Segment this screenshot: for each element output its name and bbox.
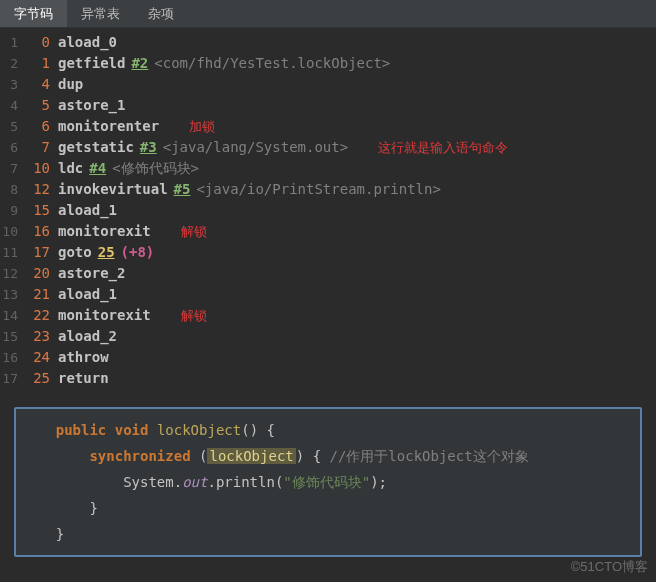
jump-target[interactable]: 25 (98, 242, 115, 263)
source-line: synchronized (lockObject) { //作用于lockObj… (22, 443, 634, 469)
bytecode-offset: 5 (26, 95, 50, 116)
annotation: 这行就是输入语句命令 (378, 137, 508, 158)
bytecode-line: 1220astore_2 (0, 263, 656, 284)
line-number: 1 (0, 32, 26, 53)
bytecode-line: 1117goto25(+8) (0, 242, 656, 263)
watermark: ©51CTO博客 (571, 558, 648, 576)
bytecode-offset: 22 (26, 305, 50, 326)
bytecode-offset: 1 (26, 53, 50, 74)
opcode-description: <java/io/PrintStream.println> (196, 179, 440, 200)
bytecode-line: 67getstatic#3<java/lang/System.out>这行就是输… (0, 137, 656, 158)
bytecode-line: 1725return (0, 368, 656, 389)
bytecode-line: 1321aload_1 (0, 284, 656, 305)
annotation: 解锁 (181, 305, 207, 326)
bytecode-line: 56monitorenter加锁 (0, 116, 656, 137)
opcode: getstatic (58, 137, 134, 158)
bytecode-line: 45astore_1 (0, 95, 656, 116)
opcode: return (58, 368, 109, 389)
source-code-panel: public void lockObject() { synchronized … (14, 407, 642, 557)
line-number: 16 (0, 347, 26, 368)
line-number: 12 (0, 263, 26, 284)
tab-bytecode[interactable]: 字节码 (0, 0, 67, 27)
opcode: aload_0 (58, 32, 117, 53)
bytecode-line: 34dup (0, 74, 656, 95)
bytecode-line: 10aload_0 (0, 32, 656, 53)
annotation: 加锁 (189, 116, 215, 137)
opcode: getfield (58, 53, 125, 74)
bytecode-offset: 23 (26, 326, 50, 347)
line-number: 14 (0, 305, 26, 326)
relative-offset: (+8) (121, 242, 155, 263)
constant-ref[interactable]: #5 (174, 179, 191, 200)
bytecode-line: 812invokevirtual#5<java/io/PrintStream.p… (0, 179, 656, 200)
tab-exception-table[interactable]: 异常表 (67, 0, 134, 27)
bytecode-offset: 15 (26, 200, 50, 221)
bytecode-line: 21getfield#2<com/fhd/YesTest.lockObject> (0, 53, 656, 74)
line-number: 9 (0, 200, 26, 221)
line-number: 7 (0, 158, 26, 179)
line-number: 15 (0, 326, 26, 347)
bytecode-offset: 20 (26, 263, 50, 284)
bytecode-line: 1422monitorexit解锁 (0, 305, 656, 326)
opcode-description: <修饰代码块> (112, 158, 199, 179)
bytecode-offset: 25 (26, 368, 50, 389)
line-number: 13 (0, 284, 26, 305)
bytecode-line: 1624athrow (0, 347, 656, 368)
bytecode-offset: 7 (26, 137, 50, 158)
opcode: monitorexit (58, 305, 151, 326)
opcode: goto (58, 242, 92, 263)
bytecode-line: 1523aload_2 (0, 326, 656, 347)
line-number: 17 (0, 368, 26, 389)
opcode: astore_2 (58, 263, 125, 284)
opcode: monitorexit (58, 221, 151, 242)
constant-ref[interactable]: #3 (140, 137, 157, 158)
bytecode-offset: 0 (26, 32, 50, 53)
opcode: aload_1 (58, 284, 117, 305)
constant-ref[interactable]: #2 (131, 53, 148, 74)
bytecode-listing: 10aload_021getfield#2<com/fhd/YesTest.lo… (0, 28, 656, 393)
bytecode-offset: 16 (26, 221, 50, 242)
bytecode-offset: 17 (26, 242, 50, 263)
bytecode-offset: 10 (26, 158, 50, 179)
opcode: athrow (58, 347, 109, 368)
source-line: public void lockObject() { (22, 417, 634, 443)
line-number: 4 (0, 95, 26, 116)
line-number: 10 (0, 221, 26, 242)
line-number: 8 (0, 179, 26, 200)
bytecode-offset: 24 (26, 347, 50, 368)
bytecode-offset: 12 (26, 179, 50, 200)
source-line: } (22, 495, 634, 521)
bytecode-line: 915aload_1 (0, 200, 656, 221)
bytecode-line: 1016monitorexit解锁 (0, 221, 656, 242)
constant-ref[interactable]: #4 (89, 158, 106, 179)
opcode: monitorenter (58, 116, 159, 137)
opcode: aload_1 (58, 200, 117, 221)
bytecode-offset: 4 (26, 74, 50, 95)
opcode: ldc (58, 158, 83, 179)
opcode: astore_1 (58, 95, 125, 116)
line-number: 11 (0, 242, 26, 263)
annotation: 解锁 (181, 221, 207, 242)
bytecode-line: 710ldc#4<修饰代码块> (0, 158, 656, 179)
line-number: 5 (0, 116, 26, 137)
tab-bar: 字节码 异常表 杂项 (0, 0, 656, 28)
opcode: aload_2 (58, 326, 117, 347)
opcode: dup (58, 74, 83, 95)
line-number: 3 (0, 74, 26, 95)
bytecode-offset: 21 (26, 284, 50, 305)
opcode-description: <com/fhd/YesTest.lockObject> (154, 53, 390, 74)
line-number: 6 (0, 137, 26, 158)
opcode: invokevirtual (58, 179, 168, 200)
source-line: System.out.println("修饰代码块"); (22, 469, 634, 495)
line-number: 2 (0, 53, 26, 74)
source-line: } (22, 521, 634, 547)
bytecode-offset: 6 (26, 116, 50, 137)
tab-misc[interactable]: 杂项 (134, 0, 188, 27)
opcode-description: <java/lang/System.out> (163, 137, 348, 158)
